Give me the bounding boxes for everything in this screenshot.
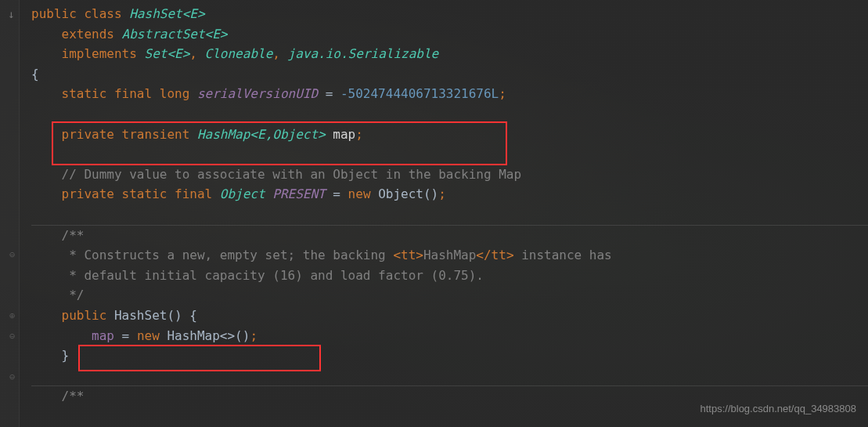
punct: ; <box>499 86 506 101</box>
method-name: HashSet <box>114 308 167 323</box>
operator: = <box>114 328 137 343</box>
type-name: HashSet <box>129 6 182 21</box>
code-line: map = new HashMap<>(); <box>31 326 868 346</box>
identifier: map <box>326 127 356 142</box>
code-line: */ <box>31 285 868 306</box>
generic: <E,Object> <box>250 127 325 142</box>
comment: /** <box>62 389 85 403</box>
keyword: private static final <box>62 186 220 201</box>
generic: <E> <box>167 46 189 61</box>
punct: , <box>272 46 287 61</box>
brace: { <box>31 67 39 81</box>
paren: () <box>423 186 438 201</box>
number: -5024744406713321676L <box>340 86 499 101</box>
type-name: java.io.Serializable <box>288 46 439 61</box>
generic: <> <box>220 328 235 343</box>
keyword: public <box>62 308 114 323</box>
code-line: public HashSet() { <box>31 306 868 326</box>
code-line: private transient HashMap<E,Object> map; <box>31 125 868 145</box>
punct: ; <box>250 328 258 343</box>
type-name: Cloneable <box>205 46 273 61</box>
operator: = <box>318 86 340 101</box>
arrow-down-icon: ↓ <box>8 5 14 23</box>
paren: () <box>235 328 250 343</box>
field-name: serialVersionUID <box>197 86 318 101</box>
comment: * default initial capacity (16) and load… <box>62 268 484 283</box>
code-line: static final long serialVersionUID = -50… <box>31 84 868 104</box>
type-name: AbstractSet <box>122 27 205 42</box>
field-name: PRESENT <box>272 186 325 201</box>
space <box>265 186 273 201</box>
comment: * Constructs a new, empty set; the backi… <box>62 248 394 262</box>
code-line: // Dummy value to associate with an Obje… <box>31 165 868 185</box>
code-editor[interactable]: public class HashSet<E> extends Abstract… <box>0 0 868 407</box>
type-name: HashMap <box>197 127 250 142</box>
punct: , <box>189 46 204 61</box>
keyword: new <box>348 186 379 201</box>
keyword: public <box>31 6 77 21</box>
comment: instance has <box>514 248 612 262</box>
punct: ; <box>438 186 446 201</box>
code-line: private static final Object PRESENT = ne… <box>31 184 868 204</box>
tag: <tt> <box>393 248 423 262</box>
keyword: private transient <box>62 127 197 142</box>
code-line <box>31 104 868 125</box>
fold-icon[interactable]: ⊕ <box>9 309 15 324</box>
code-line: { <box>31 64 868 85</box>
comment: HashMap <box>423 248 476 262</box>
field-ref: map <box>92 328 114 343</box>
punct: ; <box>355 127 363 142</box>
comment: // Dummy value to associate with an Obje… <box>62 167 522 182</box>
code-line <box>31 366 868 386</box>
keyword: new <box>137 328 167 343</box>
code-line: public class HashSet<E> <box>31 4 868 24</box>
comment: /** <box>62 228 85 243</box>
fold-icon[interactable]: ⊖ <box>9 248 15 262</box>
keyword: extends <box>62 27 122 42</box>
paren: () { <box>167 308 197 323</box>
type-name: Object <box>220 186 265 201</box>
brace: } <box>62 348 70 363</box>
fold-icon[interactable]: ⊖ <box>9 329 15 344</box>
type-name: Object <box>378 186 423 201</box>
comment: */ <box>62 288 85 302</box>
code-line: * Constructs a new, empty set; the backi… <box>31 245 868 266</box>
keyword: static final long <box>62 86 197 101</box>
operator: = <box>326 186 348 201</box>
watermark: https://blog.csdn.net/qq_34983808 <box>701 401 857 418</box>
code-line: /** <box>31 226 868 246</box>
keyword: implements <box>62 46 145 61</box>
type-name: HashMap <box>167 328 219 343</box>
tag: </tt> <box>476 248 513 262</box>
generic: <E> <box>205 27 228 42</box>
code-line: } <box>31 346 868 366</box>
generic: <E> <box>182 6 205 21</box>
code-line <box>31 204 868 225</box>
editor-gutter: ↓ ⊖ ⊕ ⊖ ⊖ <box>0 0 20 427</box>
code-line <box>31 144 868 165</box>
type-name: Set <box>145 46 167 61</box>
code-line: implements Set<E>, Cloneable, java.io.Se… <box>31 44 868 64</box>
fold-icon[interactable]: ⊖ <box>9 370 15 385</box>
code-line: extends AbstractSet<E> <box>31 24 868 45</box>
keyword: class <box>77 6 129 21</box>
code-line: * default initial capacity (16) and load… <box>31 266 868 286</box>
